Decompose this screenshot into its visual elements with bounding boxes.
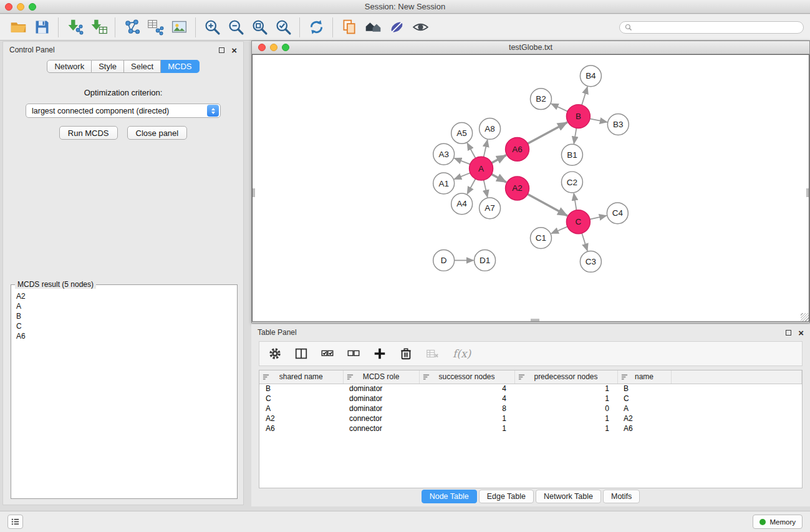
- graph-node-A1[interactable]: A1: [433, 173, 455, 194]
- zoom-in-button[interactable]: [200, 16, 224, 39]
- graph-edge-A2-C[interactable]: [528, 194, 567, 216]
- close-table-panel-icon[interactable]: ×: [798, 330, 804, 336]
- graph-edge-A-A5[interactable]: [467, 143, 475, 158]
- zoom-network-window-button[interactable]: [282, 44, 289, 51]
- table-cell[interactable]: B: [259, 384, 343, 394]
- table-cell[interactable]: A: [617, 404, 671, 414]
- graph-node-B1[interactable]: B1: [561, 144, 582, 165]
- graph-edge-A-A7[interactable]: [484, 180, 488, 198]
- control-panel-tab-select[interactable]: Select: [124, 60, 161, 73]
- graph-node-A8[interactable]: A8: [480, 118, 501, 140]
- new-network-button[interactable]: [120, 16, 143, 39]
- table-cell[interactable]: B: [617, 384, 671, 394]
- table-cell[interactable]: 1: [514, 414, 617, 423]
- graph-node-C[interactable]: C: [566, 210, 590, 234]
- zoom-window-button[interactable]: [29, 3, 36, 11]
- graph-edge-B-B3[interactable]: [590, 118, 607, 122]
- zoom-fit-button[interactable]: [248, 16, 271, 39]
- table-tab-node-table[interactable]: Node Table: [422, 490, 477, 503]
- table-cell[interactable]: A6: [259, 423, 343, 433]
- task-history-button[interactable]: [7, 515, 23, 529]
- float-panel-icon[interactable]: [219, 47, 224, 53]
- table-cell[interactable]: 8: [419, 404, 514, 414]
- graph-node-A6[interactable]: A6: [506, 137, 529, 161]
- table-cell[interactable]: 1: [514, 384, 617, 394]
- network-canvas[interactable]: AA1A2A3A4A5A6A7A8BB1B2B3B4CC1C2C3C4DD1: [252, 54, 809, 322]
- graph-node-D1[interactable]: D1: [475, 250, 496, 271]
- graph-node-C1[interactable]: C1: [531, 228, 552, 249]
- run-mcds-button[interactable]: Run MCDS: [59, 126, 118, 140]
- table-cell[interactable]: dominator: [343, 404, 419, 414]
- open-session-button[interactable]: [6, 16, 30, 39]
- graph-node-A2[interactable]: A2: [506, 177, 529, 200]
- table-cell[interactable]: C: [259, 394, 343, 404]
- table-row[interactable]: A2connector11A2: [259, 414, 802, 423]
- export-image-button[interactable]: [167, 16, 191, 39]
- table-cell[interactable]: connector: [343, 414, 419, 423]
- table-row[interactable]: Bdominator41B: [259, 384, 802, 394]
- table-cell[interactable]: 1: [514, 394, 617, 404]
- graph-edge-A-A1[interactable]: [454, 173, 470, 179]
- select-all-button[interactable]: [319, 346, 335, 362]
- graph-edge-C-C1[interactable]: [551, 226, 567, 233]
- table-tab-network-table[interactable]: Network Table: [536, 490, 601, 503]
- table-cell[interactable]: dominator: [343, 394, 419, 404]
- graph-edge-A6-B[interactable]: [528, 122, 567, 143]
- graph-node-B3[interactable]: B3: [607, 114, 629, 135]
- graph-edge-A-A2[interactable]: [491, 174, 506, 182]
- close-panel-icon[interactable]: ×: [231, 47, 237, 53]
- import-table-file-button[interactable]: [87, 16, 110, 39]
- graph-node-A4[interactable]: A4: [451, 193, 473, 215]
- graph-node-A3[interactable]: A3: [433, 143, 455, 165]
- graph-edge-B-B2[interactable]: [551, 104, 567, 111]
- graph-node-A5[interactable]: A5: [451, 122, 473, 143]
- close-panel-button[interactable]: Close panel: [127, 126, 188, 140]
- mcds-result-item[interactable]: A2: [16, 291, 237, 301]
- float-table-panel-icon[interactable]: [786, 330, 791, 336]
- close-window-button[interactable]: [5, 3, 12, 11]
- column-header-MCDS-role[interactable]: MCDS role: [343, 370, 419, 384]
- graph-node-C3[interactable]: C3: [580, 251, 601, 273]
- mcds-result-item[interactable]: B: [16, 311, 237, 321]
- graph-edge-C-C3[interactable]: [582, 233, 587, 251]
- table-tab-motifs[interactable]: Motifs: [603, 490, 640, 503]
- search-field[interactable]: [619, 21, 804, 34]
- optimization-criterion-select[interactable]: largest connected component (directed): [26, 104, 221, 118]
- table-row[interactable]: Cdominator41C: [259, 394, 802, 404]
- column-header-successor-nodes[interactable]: successor nodes: [419, 370, 514, 384]
- show-columns-button[interactable]: [293, 346, 309, 362]
- graph-edge-C-C4[interactable]: [590, 216, 607, 220]
- delete-row-button[interactable]: [398, 346, 414, 362]
- save-session-button[interactable]: [30, 16, 54, 39]
- minimize-network-window-button[interactable]: [270, 44, 277, 51]
- control-panel-tab-mcds[interactable]: MCDS: [161, 60, 199, 73]
- zoom-out-button[interactable]: [224, 16, 248, 39]
- open-recent-button[interactable]: [337, 16, 361, 39]
- home-button[interactable]: [361, 16, 385, 39]
- network-window-titlebar[interactable]: testGlobe.txt: [252, 41, 809, 54]
- table-options-button[interactable]: [267, 346, 283, 362]
- graph-edge-A-A6[interactable]: [491, 155, 506, 163]
- table-cell[interactable]: 1: [419, 414, 514, 423]
- graph-edge-A-A3[interactable]: [454, 158, 470, 165]
- apply-style-button[interactable]: [385, 16, 408, 39]
- table-cell[interactable]: A6: [617, 423, 671, 433]
- memory-button[interactable]: Memory: [753, 515, 803, 529]
- control-panel-tab-style[interactable]: Style: [92, 60, 124, 73]
- table-cell[interactable]: 4: [419, 394, 514, 404]
- table-cell[interactable]: connector: [343, 423, 419, 433]
- graph-node-B[interactable]: B: [566, 105, 590, 128]
- graph-node-D[interactable]: D: [433, 250, 455, 271]
- table-cell[interactable]: 1: [514, 423, 617, 433]
- column-header-predecessor-nodes[interactable]: predecessor nodes: [514, 370, 617, 384]
- graph-edge-B-B1[interactable]: [574, 128, 576, 143]
- table-cell[interactable]: A: [259, 404, 343, 414]
- search-input[interactable]: [635, 23, 798, 32]
- zoom-selected-button[interactable]: [271, 16, 295, 39]
- graph-node-A7[interactable]: A7: [480, 198, 501, 219]
- column-header-shared-name[interactable]: shared name: [259, 370, 343, 384]
- table-cell[interactable]: 1: [419, 423, 514, 433]
- add-row-button[interactable]: [372, 346, 388, 362]
- graph-edge-A-A4[interactable]: [467, 179, 475, 194]
- table-row[interactable]: Adominator80A: [259, 404, 802, 414]
